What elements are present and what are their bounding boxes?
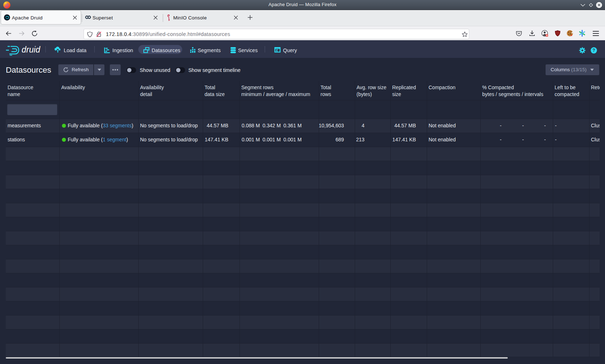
svg-text:?: ? bbox=[592, 48, 595, 53]
